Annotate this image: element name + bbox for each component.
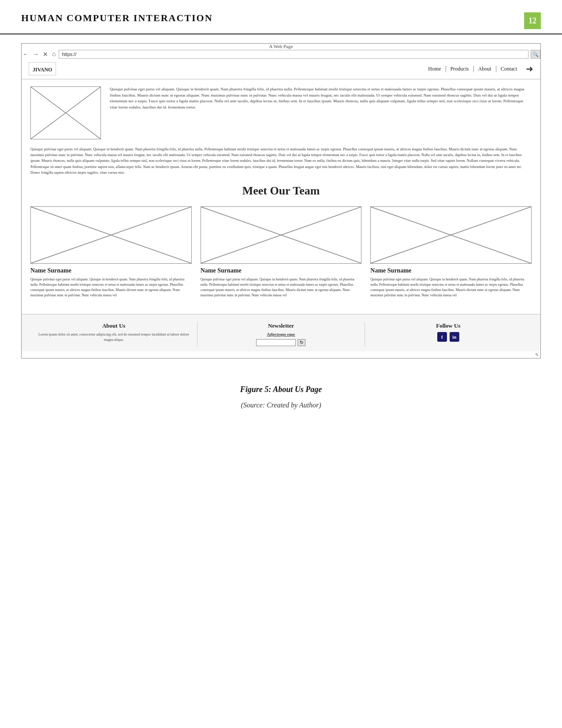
browser-chrome: A Web Page ← → ✕ ⌂ 🔍 (22, 44, 540, 59)
team-photo-2 (201, 206, 362, 264)
team-member-3: Name Surname Quisque pulvinar eget purus… (370, 206, 532, 298)
team-bio-2: Quisque pulvinar eget purus vel aliquam.… (201, 277, 362, 298)
footer-newsletter: Newsletter Adjecteque eque ↻ (197, 322, 365, 346)
page-header: HUMAN COMPUTER INTERACTION 12 (0, 0, 562, 34)
wireframe-container: A Web Page ← → ✕ ⌂ 🔍 JIVANO Home Product… (21, 43, 541, 358)
team-bio-1: Quisque pulvinar eget purus vel aliquam.… (30, 277, 192, 298)
team-name-1: Name Surname (30, 267, 71, 274)
nav-arrow-icon: ➜ (526, 63, 533, 74)
page-title: HUMAN COMPUTER INTERACTION (21, 12, 213, 24)
site-logo: JIVANO (29, 62, 56, 75)
back-button[interactable]: ← (22, 51, 30, 58)
newsletter-submit-button[interactable]: ↻ (298, 339, 305, 346)
nav-links: Home Products About Contact (424, 66, 521, 72)
team-member-2: Name Surname Quisque pulvinar eget purus… (201, 206, 362, 298)
hero-section: Quisque pulvinar eget purus vel aliquam.… (30, 86, 532, 139)
figure-caption-area: Figure 5: About Us Page (Source: Created… (0, 372, 562, 418)
hero-image (30, 86, 101, 139)
team-member-1: Name Surname Quisque pulvinar eget purus… (30, 206, 192, 298)
figure-caption: Figure 5: About Us Page (21, 385, 541, 394)
scroll-indicator: ✎ (22, 351, 540, 358)
newsletter-label: Adjecteque eque (205, 332, 357, 336)
nav-home[interactable]: Home (424, 66, 446, 72)
page-number: 12 (524, 12, 541, 29)
facebook-icon[interactable]: f (437, 332, 447, 342)
footer-about-text: Lorem ipsum dolor sit amet, consectetur … (37, 332, 190, 343)
team-section-title: Meet Our Team (30, 184, 532, 198)
social-icons: f in (372, 332, 525, 342)
team-bio-3: Quisque pulvinar eget purus vel aliquam.… (370, 277, 532, 298)
footer-about: About Us Lorem ipsum dolor sit amet, con… (30, 322, 197, 346)
team-photo-1 (30, 206, 192, 264)
body-text: Quisque pulvinar eget purus vel aliquam.… (30, 146, 532, 175)
nav-about[interactable]: About (474, 66, 496, 72)
linkedin-icon[interactable]: in (450, 332, 459, 342)
team-name-2: Name Surname (201, 267, 242, 274)
nav-contact[interactable]: Contact (496, 66, 521, 72)
site-navigation: JIVANO Home Products About Contact ➜ (22, 59, 540, 79)
browser-tab-title: A Web Page (22, 44, 540, 49)
forward-button[interactable]: → (32, 51, 40, 58)
address-bar[interactable] (59, 50, 529, 59)
footer-follow-title: Follow Us (372, 322, 525, 329)
newsletter-input-row: ↻ (205, 339, 357, 346)
newsletter-input[interactable] (256, 339, 296, 346)
team-grid: Name Surname Quisque pulvinar eget purus… (30, 206, 532, 298)
nav-products[interactable]: Products (446, 66, 474, 72)
figure-source: (Source: Created by Author) (21, 401, 541, 409)
footer-about-title: About Us (37, 322, 190, 329)
site-footer: About Us Lorem ipsum dolor sit amet, con… (22, 314, 540, 351)
footer-newsletter-title: Newsletter (205, 322, 357, 329)
team-photo-3 (370, 206, 532, 264)
hero-text: Quisque pulvinar eget purus vel aliquam.… (110, 86, 532, 110)
home-button[interactable]: ⌂ (51, 51, 56, 58)
footer-follow: Follow Us f in (365, 322, 532, 346)
team-name-3: Name Surname (370, 267, 411, 274)
close-button[interactable]: ✕ (42, 51, 49, 58)
search-button[interactable]: 🔍 (531, 50, 540, 59)
content-area: Quisque pulvinar eget purus vel aliquam.… (22, 79, 540, 314)
